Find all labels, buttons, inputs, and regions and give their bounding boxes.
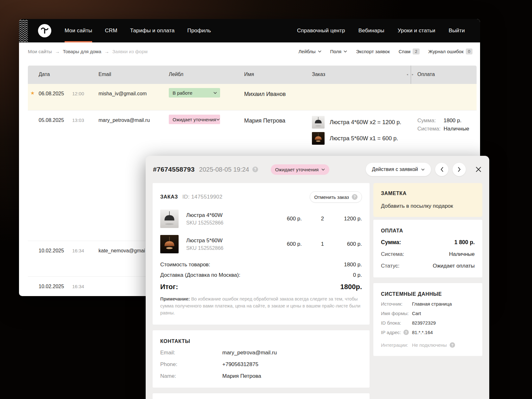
prev-lead-button[interactable] [435, 163, 448, 176]
close-icon [475, 166, 482, 173]
item-price: 600 р. [267, 241, 302, 247]
row-time: 16:34 [72, 284, 84, 289]
labels-dropdown[interactable]: Лейблы [298, 49, 321, 54]
header-date[interactable]: Дата [39, 72, 50, 77]
contact-label: Email: [160, 350, 222, 356]
system-value: Главная страница [412, 301, 452, 307]
lead-detail-modal: #7674558793 2025-08-05 19:24 Ожидает уто… [146, 156, 489, 399]
help-icon[interactable] [450, 342, 455, 348]
payment-sum-label: Сумма: [417, 117, 442, 124]
contact-row: Phone: +79056312875 [160, 361, 362, 368]
header-label[interactable]: Лейбл [169, 72, 183, 77]
nav-item-profile[interactable]: Профиль [187, 19, 211, 42]
cancel-order-label: Отменить заказ [314, 194, 349, 200]
cancel-order-button[interactable]: Отменить заказ [310, 191, 362, 203]
contacts-card: КОНТАКТЫ Email: mary_petrova@mail.ru Pho… [153, 330, 370, 388]
column-resize-right-icon[interactable] [412, 73, 414, 76]
order-card-title: ЗАКАЗ [160, 194, 178, 200]
error-count-badge: 0 [466, 48, 472, 54]
contact-value: mary_petrova@mail.ru [222, 350, 277, 356]
row-date: 10.02.2025 [39, 284, 64, 289]
table-row[interactable]: 06.08.2025 12:00 misha_iv@gmail.com В ра… [28, 84, 477, 110]
export-leads-button[interactable]: Экспорт заявок [356, 49, 390, 54]
status-select[interactable]: Ожидает уточнения [169, 115, 220, 124]
status-select-value: Ожидает уточнения [173, 117, 216, 122]
nav-right: Справочный центр Вебинары Уроки и статьи… [297, 19, 465, 42]
item-total: 600 р. [324, 241, 362, 247]
help-icon[interactable] [403, 330, 409, 335]
spam-button[interactable]: Спам 2 [399, 48, 420, 54]
modal-body: ЗАКАЗ ID: 1475519902 Отменить заказ Люст… [146, 183, 489, 399]
system-value: 823972329 [412, 320, 436, 326]
row-date: 06.08.2025 [39, 91, 64, 97]
contact-label: Name: [160, 373, 222, 379]
payment-system-label: Система: [417, 126, 442, 132]
system-row-ip: IP адрес: 81.*.*.164 [381, 330, 475, 335]
nav-item-logout[interactable]: Выйти [449, 19, 465, 42]
column-resize-left-icon[interactable] [407, 73, 408, 76]
nav-item-lessons[interactable]: Уроки и статьи [398, 19, 435, 42]
fields-dropdown[interactable]: Поля [330, 49, 347, 54]
column-resize-handle[interactable] [411, 66, 411, 84]
payment-status-value: Ожидает оплаты [433, 263, 475, 269]
subtotal-label: Стоимость товаров: [160, 262, 210, 268]
header-payment[interactable]: Оплата [417, 72, 435, 77]
contact-row: Email: mary_petrova@mail.ru [160, 350, 362, 356]
nav-item-help-center[interactable]: Справочный центр [297, 19, 345, 42]
error-log-button[interactable]: Журнал ошибок 0 [428, 48, 472, 54]
order-line-item: Люстра 4*60W SKU 152552866 600 р. 2 1200… [160, 210, 362, 228]
payment-system: Система: Наличные [417, 126, 469, 132]
tilda-logo[interactable] [38, 24, 51, 37]
payment-status-label: Статус: [381, 263, 399, 269]
next-lead-button[interactable] [453, 163, 466, 176]
header-order[interactable]: Заказ [312, 72, 325, 77]
close-modal-button[interactable] [475, 166, 482, 173]
item-price: 600 р. [267, 216, 302, 222]
payment-sum-value: 1800 р. [444, 117, 462, 124]
star-icon[interactable] [30, 90, 35, 96]
system-data-title: СИСТЕМНЫЕ ДАННЫЕ [381, 291, 475, 297]
row-date: 05.08.2025 [39, 117, 64, 123]
item-quantity: 2 [302, 216, 324, 222]
header-email[interactable]: Email [98, 72, 111, 77]
payment-system-value: Наличные [444, 126, 469, 132]
item-name: Люстра 5*60W [186, 238, 267, 244]
product-thumbnail-copper-lamp [160, 235, 179, 253]
order-note-text: Во избежание ошибок перед обработкой зак… [160, 296, 360, 315]
item-sku: SKU 152552866 [186, 220, 267, 226]
top-nav: Мои сайты CRM Тарифы и оплата Профиль Сп… [19, 19, 480, 42]
export-leads-label: Экспорт заявок [356, 49, 390, 54]
help-icon[interactable] [352, 194, 358, 200]
system-row-form-name: Имя формы: Cart [381, 311, 475, 316]
tilda-logo-icon [38, 24, 51, 37]
payment-sum-label: Сумма: [381, 239, 401, 246]
order-card: ЗАКАЗ ID: 1475519902 Отменить заказ Люст… [153, 183, 370, 325]
nav-item-tariffs[interactable]: Тарифы и оплата [130, 19, 175, 42]
system-row-block-id: ID блока: 823972329 [381, 320, 475, 326]
nav-item-my-sites[interactable]: Мои сайты [65, 19, 92, 42]
lead-status-select[interactable]: Ожидает уточнения [271, 164, 330, 175]
payment-system-label: Система: [381, 251, 404, 257]
contact-label: Phone: [160, 361, 222, 368]
note-card-title: ЗАМЕТКА [381, 191, 475, 196]
system-label: Источник: [381, 301, 402, 307]
order-item-text: Люстра 4*60W x2 = 1200 р. [330, 119, 401, 126]
help-icon[interactable] [252, 167, 258, 172]
table-header: Дата Email Лейбл Имя Заказ Оплата [28, 66, 477, 84]
total-label: Итог: [160, 283, 178, 291]
system-label: IP адрес: [381, 330, 401, 335]
status-select-value: В работе [173, 90, 193, 96]
item-name: Люстра 4*60W [186, 212, 267, 218]
breadcrumb-my-sites[interactable]: Мои сайты [28, 49, 52, 54]
lead-actions-button[interactable]: Действия с заявкой [366, 163, 431, 176]
status-select[interactable]: В работе [169, 88, 220, 98]
payment-system-row: Система: Наличные [381, 251, 475, 257]
chevron-down-icon [421, 168, 425, 171]
row-date: 10.02.2025 [39, 248, 64, 254]
nav-item-webinars[interactable]: Вебинары [358, 19, 384, 42]
nav-item-crm[interactable]: CRM [105, 19, 117, 42]
header-name[interactable]: Имя [244, 72, 254, 77]
row-time: 12:00 [72, 91, 84, 96]
product-thumbnail-light-lamp [312, 116, 325, 129]
breadcrumb-project[interactable]: Товары для дома [63, 49, 101, 54]
